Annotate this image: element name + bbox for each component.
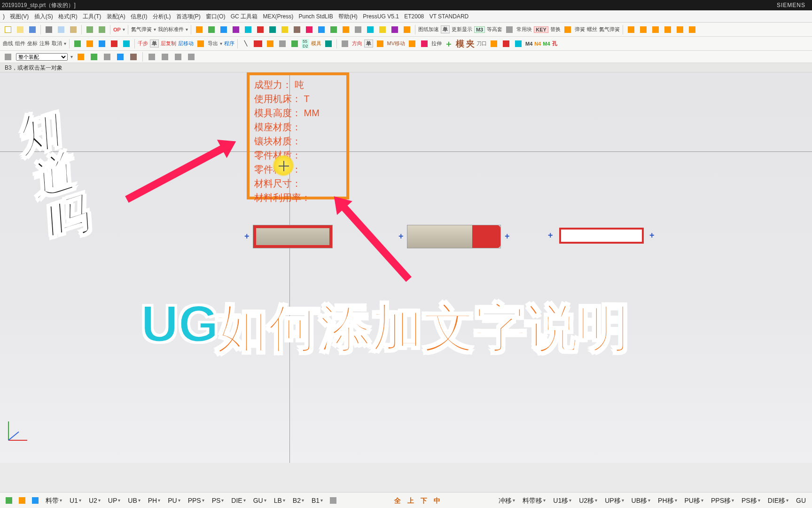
lb-button[interactable]: LB▾: [272, 495, 288, 506]
part-model-3[interactable]: [559, 228, 644, 244]
tool-icon[interactable]: [128, 52, 139, 62]
thousand-step-label[interactable]: 千步: [138, 40, 148, 47]
n4-badge[interactable]: N4: [534, 41, 541, 47]
cut-icon[interactable]: [44, 24, 54, 35]
paste-icon[interactable]: [68, 24, 78, 35]
tool-icon[interactable]: [206, 24, 217, 35]
box-icon[interactable]: [675, 24, 685, 35]
dropdown-icon[interactable]: ▾: [64, 41, 66, 46]
screw-label[interactable]: 螺丝: [587, 26, 597, 33]
menu-help[interactable]: 帮助(H): [338, 13, 358, 20]
single-badge[interactable]: 单: [150, 40, 159, 48]
b2-button[interactable]: B2▾: [290, 495, 306, 506]
tool-icon[interactable]: [501, 39, 511, 49]
dropdown-icon[interactable]: ▾: [186, 27, 188, 32]
all-button[interactable]: 全: [392, 495, 403, 506]
line-icon[interactable]: ╲: [241, 39, 251, 49]
m4b-badge[interactable]: M4: [543, 41, 550, 47]
menu-pref[interactable]: 首选项(P): [176, 13, 201, 20]
tool-icon[interactable]: [195, 39, 206, 49]
single-badge[interactable]: 单: [364, 40, 373, 48]
pu-move-button[interactable]: PU移▾: [682, 495, 706, 506]
menu-assembly[interactable]: 装配(A): [107, 13, 125, 20]
tool-icon[interactable]: [121, 39, 132, 49]
top-button[interactable]: 上: [405, 495, 416, 506]
ph-button[interactable]: PH▾: [146, 495, 163, 506]
tool-icon[interactable]: [390, 24, 400, 35]
open-icon[interactable]: [15, 24, 25, 35]
tool-icon[interactable]: [365, 24, 375, 35]
drawing-accel-label[interactable]: 图纸加速: [418, 26, 439, 33]
menu-window[interactable]: 窗口(O): [206, 13, 225, 20]
annotate-label[interactable]: 注释: [39, 40, 50, 47]
pps-button[interactable]: PPS▾: [186, 495, 207, 506]
tool-icon[interactable]: [377, 24, 388, 35]
undo-icon[interactable]: [85, 24, 95, 35]
assembly-selector[interactable]: 整个装配: [16, 53, 68, 61]
update-display-label[interactable]: 更新显示: [452, 26, 472, 33]
tool-icon[interactable]: [280, 24, 290, 35]
new-icon[interactable]: [3, 24, 13, 35]
spring-label[interactable]: 弹簧: [575, 26, 585, 33]
tool-icon[interactable]: [109, 39, 119, 49]
box-icon[interactable]: [663, 24, 673, 35]
tool-icon[interactable]: [340, 39, 350, 49]
contour-label[interactable]: 等高套: [487, 26, 502, 33]
layer-copy-label[interactable]: 层复制: [161, 40, 176, 47]
temp-icon[interactable]: [328, 495, 338, 506]
strip-layout-button[interactable]: 料带▾: [43, 495, 64, 506]
tool-icon[interactable]: [316, 24, 327, 35]
part-model-2[interactable]: [407, 225, 501, 248]
tool-icon[interactable]: [375, 39, 385, 49]
tool-icon[interactable]: [304, 24, 314, 35]
pps-move-button[interactable]: PPS移▾: [709, 495, 736, 506]
key-badge[interactable]: KEY: [534, 26, 548, 33]
box-icon[interactable]: [687, 24, 697, 35]
box-icon[interactable]: [638, 24, 648, 35]
clamp-label[interactable]: 夹: [466, 38, 475, 49]
u2-move-button[interactable]: U2移▾: [577, 495, 600, 506]
ub-move-button[interactable]: UB移▾: [629, 495, 653, 506]
status-icon[interactable]: [17, 495, 27, 506]
tool-icon[interactable]: [97, 39, 107, 49]
tool-icon[interactable]: [513, 39, 523, 49]
cancel-label[interactable]: 取消: [52, 40, 62, 47]
mold-label[interactable]: 模具: [311, 40, 321, 47]
status-icon[interactable]: [30, 495, 40, 506]
ub-button[interactable]: UB▾: [125, 495, 142, 506]
export-label[interactable]: 导出: [208, 40, 218, 47]
punch-move-button[interactable]: 冲移▾: [496, 495, 517, 506]
menu-mex[interactable]: MEX(Press): [263, 13, 293, 20]
tool-icon[interactable]: [265, 39, 275, 49]
tool-icon[interactable]: [243, 24, 253, 35]
menu-gctool[interactable]: GC 工具箱: [231, 13, 258, 20]
b1-button[interactable]: B1▾: [309, 495, 325, 506]
menu-info[interactable]: 信息(I): [131, 13, 147, 20]
my-std-label[interactable]: 我的标准件: [158, 26, 184, 33]
tool-icon[interactable]: [267, 24, 278, 35]
spring-icon[interactable]: [562, 24, 573, 35]
program-label[interactable]: 程序: [224, 40, 234, 47]
tool-icon[interactable]: [292, 24, 302, 35]
layer-move-label[interactable]: 层移动: [178, 40, 194, 47]
nitrogen-label[interactable]: 氮气弹簧: [599, 26, 620, 33]
tool-icon[interactable]: [89, 52, 99, 62]
tool-icon[interactable]: [353, 24, 363, 35]
tool-icon[interactable]: [341, 24, 351, 35]
menu-pressug[interactable]: PressUG V5.1: [363, 13, 399, 20]
tool-icon[interactable]: [255, 24, 265, 35]
common-block-label[interactable]: 常用块: [516, 26, 532, 33]
part-model-1[interactable]: [253, 225, 333, 248]
op-label[interactable]: OP: [113, 27, 121, 32]
tool-icon[interactable]: [76, 52, 86, 62]
middle-button[interactable]: 中: [431, 495, 443, 506]
copy-icon[interactable]: [56, 24, 66, 35]
tool-icon[interactable]: [85, 39, 95, 49]
menu-vtstd[interactable]: VT STANDARD: [429, 13, 469, 20]
dropdown-icon[interactable]: ▾: [123, 27, 125, 32]
tool-icon[interactable]: [289, 39, 300, 49]
tool-icon[interactable]: [504, 24, 515, 35]
ph-move-button[interactable]: PH移▾: [656, 495, 679, 506]
menu-analyze[interactable]: 分析(L): [153, 13, 171, 20]
menu-item[interactable]: ): [3, 13, 5, 20]
